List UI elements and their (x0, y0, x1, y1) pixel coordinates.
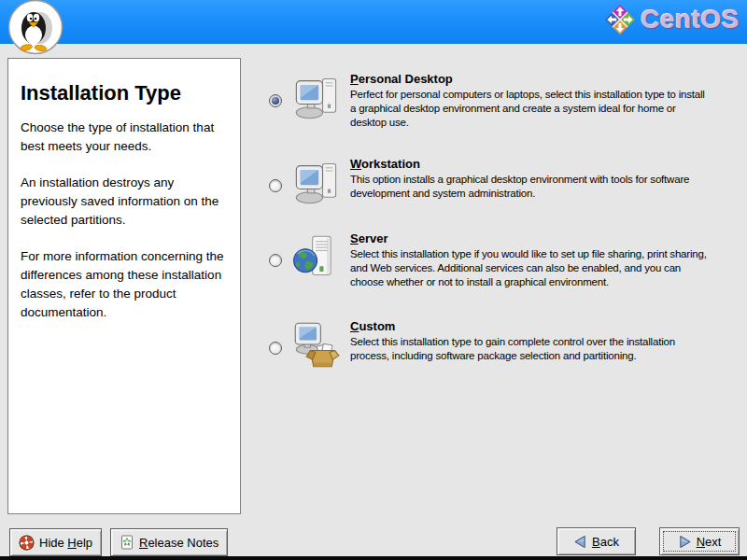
option-description: Perfect for personal computers or laptop… (350, 88, 707, 131)
hide-help-label: Hide Help (39, 536, 92, 550)
next-arrow-icon (678, 535, 692, 549)
release-notes-label: Release Notes (139, 536, 218, 550)
custom-package-box-icon (292, 321, 341, 370)
radio-workstation[interactable] (269, 179, 282, 192)
back-label: Back (592, 535, 619, 549)
option-server[interactable]: Server Select this installation type if … (269, 231, 740, 290)
option-title: Workstation (350, 157, 707, 171)
radio-custom[interactable] (269, 342, 282, 355)
help-panel: Installation Type Choose the type of ins… (7, 58, 241, 514)
lifebuoy-help-icon (19, 535, 35, 551)
workstation-computer-icon (292, 159, 341, 207)
brand-lockup: CentOS (604, 4, 740, 35)
option-workstation[interactable]: Workstation This option installs a graph… (269, 156, 740, 207)
next-label: Next (697, 535, 722, 549)
help-paragraph: An installation destroys any previously … (21, 174, 228, 230)
brand-title: CentOS (641, 5, 740, 35)
option-title: Personal Desktop (350, 72, 707, 86)
radio-server[interactable] (269, 254, 282, 267)
option-title: Custom (350, 319, 707, 333)
help-paragraph: For more information concerning the diff… (21, 247, 228, 322)
back-button[interactable]: Back (557, 527, 636, 555)
option-description: Select this installation type to gain co… (350, 335, 707, 363)
release-notes-button[interactable]: Release Notes (110, 528, 228, 556)
option-custom[interactable]: Custom Select this installation type to … (269, 318, 740, 370)
option-description: This option installs a graphical desktop… (350, 173, 707, 201)
server-globe-icon (292, 233, 341, 282)
release-notes-document-icon (120, 535, 134, 550)
desktop-computer-icon (292, 74, 341, 122)
tux-penguin-icon (7, 0, 63, 55)
option-title: Server (350, 231, 707, 245)
back-arrow-icon (573, 535, 587, 549)
radio-personal-desktop[interactable] (269, 94, 282, 107)
next-button[interactable]: Next (659, 527, 740, 555)
hide-help-button[interactable]: Hide Help (9, 528, 102, 556)
option-description: Select this installation type if you wou… (350, 247, 707, 290)
screen-bottom-edge (0, 556, 747, 560)
option-personal-desktop[interactable]: Personal Desktop Perfect for personal co… (269, 71, 740, 131)
installer-window: CentOS Installation Type Choose the type… (0, 0, 747, 560)
page-title: Installation Type (21, 81, 228, 105)
help-paragraph: Choose the type of installation that bes… (21, 119, 228, 156)
centos-pinwheel-icon (604, 4, 636, 35)
